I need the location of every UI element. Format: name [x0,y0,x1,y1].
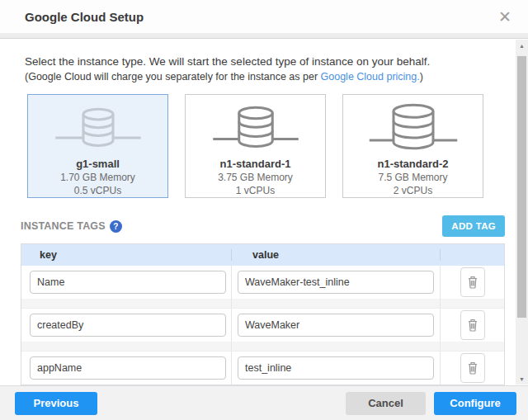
dialog-body: Select the instance type. We will start … [0,40,516,385]
tag-value-input[interactable] [238,271,434,294]
intro-line2-suffix: ) [420,71,423,83]
configure-button[interactable]: Configure [434,392,516,415]
intro-line2: (Google Cloud will charge you separately… [25,71,516,83]
delete-tag-button[interactable] [460,267,485,297]
google-cloud-setup-dialog: Google Cloud Setup ✕ Select the instance… [0,0,528,420]
header-divider [0,33,528,39]
instance-memory: 1.70 GB Memory [60,171,135,184]
instance-name: n1-standard-2 [378,157,449,171]
google-cloud-pricing-link[interactable]: Google Cloud pricing. [321,71,420,83]
delete-tag-button[interactable] [460,310,485,340]
trash-icon [466,275,479,290]
dialog-title: Google Cloud Setup [25,10,144,24]
delete-tag-button[interactable] [460,353,485,383]
intro-text: Select the instance type. We will start … [25,55,516,83]
vertical-scrollbar[interactable]: ▲ ▼ [516,40,528,385]
instance-memory: 3.75 GB Memory [218,171,293,184]
row-separator [21,342,504,352]
help-icon[interactable]: ? [110,220,122,233]
instance-card-n1-standard-2[interactable]: n1-standard-2 7.5 GB Memory 2 vCPUs [342,94,483,198]
tag-key-input[interactable] [30,356,226,380]
intro-line2-prefix: (Google Cloud will charge you separately… [25,71,321,83]
trash-icon [466,318,479,333]
cancel-button[interactable]: Cancel [346,392,426,415]
instance-memory: 7.5 GB Memory [378,171,447,184]
database-icon [351,103,475,155]
instance-name: g1-small [76,157,120,171]
table-row [21,352,504,385]
dialog-footer: Previous Cancel Configure [0,385,528,420]
instance-card-g1-small[interactable]: g1-small 1.70 GB Memory 0.5 vCPUs [27,94,168,198]
instance-type-list: g1-small 1.70 GB Memory 0.5 vCPUs n1-sta… [27,94,516,198]
table-header-row: key value [21,244,504,266]
instance-vcpus: 2 vCPUs [394,184,432,197]
table-row [21,266,504,299]
scroll-up-arrow-icon[interactable]: ▲ [516,40,528,51]
row-separator [21,299,504,309]
instance-tags-table: key value [21,243,505,385]
dialog-header: Google Cloud Setup ✕ [0,0,528,33]
trash-icon [466,361,479,375]
tag-key-input[interactable] [30,314,226,337]
previous-button[interactable]: Previous [15,392,97,415]
instance-name: n1-standard-1 [220,157,291,171]
instance-vcpus: 0.5 vCPUs [74,184,121,197]
tag-value-input[interactable] [238,314,434,337]
database-icon [36,103,160,155]
table-row [21,309,504,342]
database-icon [194,103,318,155]
tag-key-input[interactable] [30,271,226,294]
tag-value-input[interactable] [238,356,434,380]
add-tag-button[interactable]: ADD TAG [442,215,505,237]
instance-tags-label: INSTANCE TAGS [21,220,106,232]
column-header-key: key [21,249,232,261]
scroll-down-arrow-icon[interactable]: ▼ [516,373,528,385]
instance-tags-header: INSTANCE TAGS ? ADD TAG [21,215,505,237]
close-icon[interactable]: ✕ [498,9,512,25]
scrollbar-thumb[interactable] [517,56,526,318]
column-header-value: value [232,249,441,261]
instance-vcpus: 1 vCPUs [236,184,275,197]
instance-card-n1-standard-1[interactable]: n1-standard-1 3.75 GB Memory 1 vCPUs [185,94,326,198]
intro-line1: Select the instance type. We will start … [25,55,516,68]
